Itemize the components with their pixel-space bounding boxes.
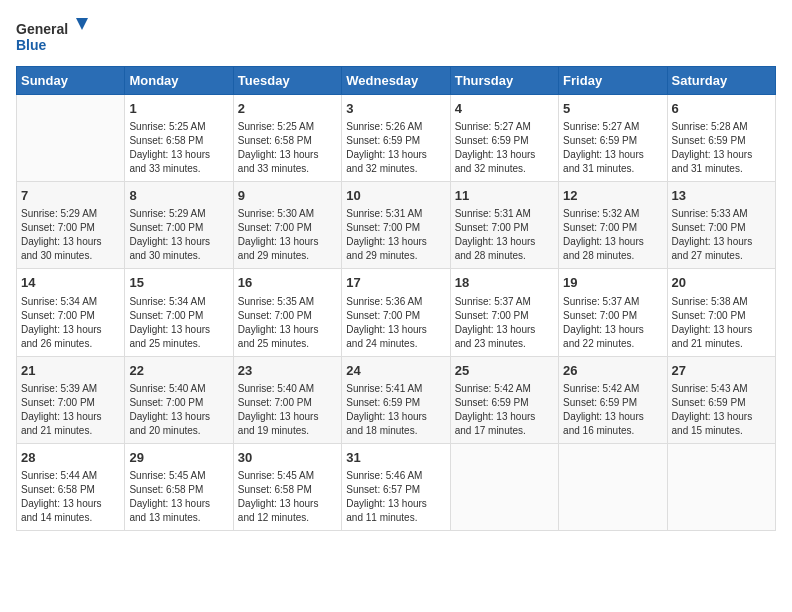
day-info: Sunrise: 5:27 AM Sunset: 6:59 PM Dayligh… [563,120,662,176]
svg-text:Blue: Blue [16,37,47,53]
day-number: 30 [238,449,337,467]
day-number: 22 [129,362,228,380]
day-info: Sunrise: 5:35 AM Sunset: 7:00 PM Dayligh… [238,295,337,351]
day-cell: 3Sunrise: 5:26 AM Sunset: 6:59 PM Daylig… [342,95,450,182]
day-number: 6 [672,100,771,118]
day-number: 2 [238,100,337,118]
day-info: Sunrise: 5:46 AM Sunset: 6:57 PM Dayligh… [346,469,445,525]
day-number: 14 [21,274,120,292]
day-info: Sunrise: 5:43 AM Sunset: 6:59 PM Dayligh… [672,382,771,438]
day-info: Sunrise: 5:32 AM Sunset: 7:00 PM Dayligh… [563,207,662,263]
day-cell: 1Sunrise: 5:25 AM Sunset: 6:58 PM Daylig… [125,95,233,182]
day-number: 21 [21,362,120,380]
day-header-saturday: Saturday [667,67,775,95]
day-info: Sunrise: 5:45 AM Sunset: 6:58 PM Dayligh… [238,469,337,525]
day-cell: 22Sunrise: 5:40 AM Sunset: 7:00 PM Dayli… [125,356,233,443]
day-info: Sunrise: 5:39 AM Sunset: 7:00 PM Dayligh… [21,382,120,438]
day-info: Sunrise: 5:38 AM Sunset: 7:00 PM Dayligh… [672,295,771,351]
day-header-thursday: Thursday [450,67,558,95]
day-info: Sunrise: 5:40 AM Sunset: 7:00 PM Dayligh… [238,382,337,438]
day-cell: 14Sunrise: 5:34 AM Sunset: 7:00 PM Dayli… [17,269,125,356]
day-cell: 8Sunrise: 5:29 AM Sunset: 7:00 PM Daylig… [125,182,233,269]
day-cell: 29Sunrise: 5:45 AM Sunset: 6:58 PM Dayli… [125,443,233,530]
day-number: 28 [21,449,120,467]
week-row-3: 14Sunrise: 5:34 AM Sunset: 7:00 PM Dayli… [17,269,776,356]
day-info: Sunrise: 5:44 AM Sunset: 6:58 PM Dayligh… [21,469,120,525]
day-number: 24 [346,362,445,380]
day-info: Sunrise: 5:41 AM Sunset: 6:59 PM Dayligh… [346,382,445,438]
day-info: Sunrise: 5:29 AM Sunset: 7:00 PM Dayligh… [129,207,228,263]
day-info: Sunrise: 5:27 AM Sunset: 6:59 PM Dayligh… [455,120,554,176]
day-cell: 13Sunrise: 5:33 AM Sunset: 7:00 PM Dayli… [667,182,775,269]
day-number: 4 [455,100,554,118]
week-row-4: 21Sunrise: 5:39 AM Sunset: 7:00 PM Dayli… [17,356,776,443]
day-cell: 12Sunrise: 5:32 AM Sunset: 7:00 PM Dayli… [559,182,667,269]
day-info: Sunrise: 5:31 AM Sunset: 7:00 PM Dayligh… [346,207,445,263]
day-info: Sunrise: 5:37 AM Sunset: 7:00 PM Dayligh… [455,295,554,351]
calendar-table: SundayMondayTuesdayWednesdayThursdayFrid… [16,66,776,531]
week-row-2: 7Sunrise: 5:29 AM Sunset: 7:00 PM Daylig… [17,182,776,269]
day-cell: 7Sunrise: 5:29 AM Sunset: 7:00 PM Daylig… [17,182,125,269]
day-info: Sunrise: 5:25 AM Sunset: 6:58 PM Dayligh… [238,120,337,176]
day-number: 5 [563,100,662,118]
day-number: 15 [129,274,228,292]
day-number: 1 [129,100,228,118]
day-cell: 4Sunrise: 5:27 AM Sunset: 6:59 PM Daylig… [450,95,558,182]
day-info: Sunrise: 5:34 AM Sunset: 7:00 PM Dayligh… [129,295,228,351]
header: GeneralBlue [16,16,776,56]
day-cell: 28Sunrise: 5:44 AM Sunset: 6:58 PM Dayli… [17,443,125,530]
day-cell: 9Sunrise: 5:30 AM Sunset: 7:00 PM Daylig… [233,182,341,269]
day-header-tuesday: Tuesday [233,67,341,95]
days-header-row: SundayMondayTuesdayWednesdayThursdayFrid… [17,67,776,95]
day-cell: 18Sunrise: 5:37 AM Sunset: 7:00 PM Dayli… [450,269,558,356]
day-cell [667,443,775,530]
day-number: 10 [346,187,445,205]
day-info: Sunrise: 5:42 AM Sunset: 6:59 PM Dayligh… [563,382,662,438]
day-cell: 26Sunrise: 5:42 AM Sunset: 6:59 PM Dayli… [559,356,667,443]
week-row-5: 28Sunrise: 5:44 AM Sunset: 6:58 PM Dayli… [17,443,776,530]
day-number: 16 [238,274,337,292]
day-number: 23 [238,362,337,380]
day-cell: 10Sunrise: 5:31 AM Sunset: 7:00 PM Dayli… [342,182,450,269]
day-cell: 5Sunrise: 5:27 AM Sunset: 6:59 PM Daylig… [559,95,667,182]
day-cell: 19Sunrise: 5:37 AM Sunset: 7:00 PM Dayli… [559,269,667,356]
day-info: Sunrise: 5:40 AM Sunset: 7:00 PM Dayligh… [129,382,228,438]
day-number: 27 [672,362,771,380]
day-cell [450,443,558,530]
day-cell [559,443,667,530]
day-number: 18 [455,274,554,292]
day-cell: 27Sunrise: 5:43 AM Sunset: 6:59 PM Dayli… [667,356,775,443]
day-number: 19 [563,274,662,292]
day-number: 9 [238,187,337,205]
day-info: Sunrise: 5:45 AM Sunset: 6:58 PM Dayligh… [129,469,228,525]
day-number: 11 [455,187,554,205]
day-number: 26 [563,362,662,380]
svg-marker-2 [76,18,88,30]
day-number: 12 [563,187,662,205]
day-header-wednesday: Wednesday [342,67,450,95]
day-info: Sunrise: 5:42 AM Sunset: 6:59 PM Dayligh… [455,382,554,438]
week-row-1: 1Sunrise: 5:25 AM Sunset: 6:58 PM Daylig… [17,95,776,182]
day-header-sunday: Sunday [17,67,125,95]
day-info: Sunrise: 5:28 AM Sunset: 6:59 PM Dayligh… [672,120,771,176]
day-number: 20 [672,274,771,292]
day-cell: 25Sunrise: 5:42 AM Sunset: 6:59 PM Dayli… [450,356,558,443]
day-cell: 17Sunrise: 5:36 AM Sunset: 7:00 PM Dayli… [342,269,450,356]
day-info: Sunrise: 5:25 AM Sunset: 6:58 PM Dayligh… [129,120,228,176]
day-cell: 24Sunrise: 5:41 AM Sunset: 6:59 PM Dayli… [342,356,450,443]
day-cell: 16Sunrise: 5:35 AM Sunset: 7:00 PM Dayli… [233,269,341,356]
day-info: Sunrise: 5:37 AM Sunset: 7:00 PM Dayligh… [563,295,662,351]
day-number: 25 [455,362,554,380]
day-info: Sunrise: 5:36 AM Sunset: 7:00 PM Dayligh… [346,295,445,351]
day-header-friday: Friday [559,67,667,95]
logo: GeneralBlue [16,16,96,56]
day-info: Sunrise: 5:31 AM Sunset: 7:00 PM Dayligh… [455,207,554,263]
day-cell: 6Sunrise: 5:28 AM Sunset: 6:59 PM Daylig… [667,95,775,182]
day-cell: 21Sunrise: 5:39 AM Sunset: 7:00 PM Dayli… [17,356,125,443]
day-number: 8 [129,187,228,205]
logo-svg: GeneralBlue [16,16,96,56]
day-header-monday: Monday [125,67,233,95]
day-number: 31 [346,449,445,467]
day-number: 29 [129,449,228,467]
day-info: Sunrise: 5:34 AM Sunset: 7:00 PM Dayligh… [21,295,120,351]
